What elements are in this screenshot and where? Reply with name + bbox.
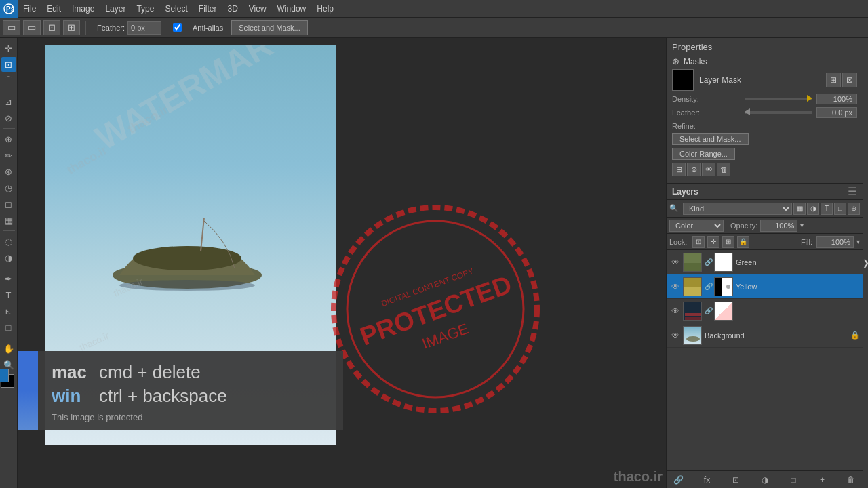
menu-help[interactable]: Help	[311, 0, 339, 17]
layers-panel: Layers ☰ 🔍 Kind ▦ ◑ T □ ⊕ Color Opa	[667, 184, 863, 488]
tool-move[interactable]: ✛	[1, 41, 16, 56]
svg-rect-16	[685, 313, 701, 316]
feather-slider[interactable]	[745, 111, 813, 114]
tool-shape[interactable]: □	[1, 320, 16, 335]
layers-new-icon[interactable]: +	[816, 474, 829, 486]
tool-crop[interactable]: ⊿	[1, 94, 16, 109]
tool-dodge[interactable]: ◑	[1, 250, 16, 265]
tool-clone[interactable]: ⊛	[1, 164, 16, 179]
right-panel-collapse[interactable]: ❯	[863, 38, 868, 488]
tool-type[interactable]: T	[1, 287, 16, 302]
anti-alias-label: Anti-alias	[193, 24, 223, 32]
tool-blur[interactable]: ◌	[1, 234, 16, 249]
tool-lasso[interactable]: ⌒	[1, 73, 16, 88]
opacity-input[interactable]	[760, 220, 797, 232]
opacity-arrow[interactable]: ▾	[800, 222, 804, 229]
density-value: 100%	[816, 94, 857, 104]
tool-heal[interactable]: ⊕	[1, 131, 16, 146]
toolbar-rect-select3[interactable]: ⊡	[43, 20, 60, 35]
menu-select[interactable]: Select	[159, 0, 193, 17]
fill-arrow[interactable]: ▾	[856, 238, 860, 245]
lock-icon-artboard[interactable]: ⊞	[722, 236, 734, 248]
green-layer-eye[interactable]: 👁	[669, 256, 682, 268]
anti-alias-checkbox[interactable]	[173, 23, 182, 32]
menubar: Ps File Edit Image Layer Type Select Fil…	[0, 0, 868, 18]
select-and-mask-prop-button[interactable]: Select and Mask...	[672, 133, 749, 145]
menu-edit[interactable]: Edit	[41, 0, 66, 17]
refine-icon-link[interactable]: ⊛	[687, 163, 701, 176]
tool-hand[interactable]: ✋	[1, 341, 16, 356]
layer-row-background[interactable]: 👁 Background	[667, 323, 863, 348]
layer-row-green[interactable]: 👁 🔗 Green	[667, 250, 863, 274]
lock-label: Lock:	[669, 238, 687, 246]
foreground-color-swatch[interactable]	[0, 369, 9, 382]
color-range-button[interactable]: Color Range...	[672, 148, 735, 160]
tool-select[interactable]: ⊡	[1, 57, 16, 72]
menu-3d[interactable]: 3D	[222, 0, 243, 17]
win-keys: ctrl + backspace	[99, 386, 227, 407]
layers-group-icon[interactable]: □	[787, 474, 800, 486]
tool-eyedropper[interactable]: ⊘	[1, 110, 16, 125]
tool-history[interactable]: ◷	[1, 180, 16, 195]
filter-icon-type[interactable]: T	[821, 203, 833, 215]
layers-delete-icon[interactable]: 🗑	[845, 474, 857, 486]
layers-fx-icon[interactable]: fx	[701, 474, 713, 486]
background-layer-eye[interactable]: 👁	[669, 329, 682, 342]
tool-eraser[interactable]: ◻	[1, 197, 16, 211]
layers-adjustment-icon[interactable]: ◑	[759, 474, 771, 486]
yellow-layer-eye[interactable]: 👁	[669, 281, 682, 293]
masks-label: Masks	[684, 57, 707, 66]
filter-icon-smart[interactable]: ⊕	[848, 203, 860, 215]
fill-input[interactable]	[816, 236, 854, 248]
filter-icon-pixel[interactable]: ▦	[793, 203, 806, 215]
tool-brush[interactable]: ✏	[1, 148, 16, 163]
tooltip-overlay: mac cmd + delete win ctrl + backspace Th…	[18, 351, 343, 430]
menu-image[interactable]: Image	[66, 0, 100, 17]
toolbar-rect-select4[interactable]: ⊞	[63, 20, 80, 35]
layer-row-unnamed[interactable]: 👁 🔗	[667, 299, 863, 323]
unnamed-layer-eye[interactable]: 👁	[669, 305, 682, 317]
feather-input[interactable]	[127, 21, 161, 35]
menu-filter[interactable]: Filter	[193, 0, 222, 17]
feather-prop-label: Feather:	[672, 108, 741, 117]
layers-color-dropdown[interactable]: Color	[669, 220, 724, 232]
layers-mask-icon[interactable]: ⊡	[730, 474, 742, 486]
menu-type[interactable]: Type	[131, 0, 159, 17]
tool-pen[interactable]: ✒	[1, 271, 16, 286]
tool-path[interactable]: ⊾	[1, 304, 16, 319]
toolbar-rect-select2[interactable]: ▭	[23, 20, 41, 35]
filter-search-icon: 🔍	[669, 204, 679, 213]
filter-kind-dropdown[interactable]: Kind	[683, 203, 792, 215]
tool-gradient[interactable]: ▦	[1, 213, 16, 228]
filter-icon-adjust[interactable]: ◑	[807, 203, 819, 215]
menu-file[interactable]: File	[18, 0, 41, 17]
menu-layer[interactable]: Layer	[100, 0, 131, 17]
toolbar-rect-select[interactable]: ▭	[3, 20, 20, 35]
toolbar: ▭ ▭ ⊡ ⊞ Feather: Anti-alias Select and M…	[0, 18, 868, 38]
select-and-mask-button[interactable]: Select and Mask...	[231, 20, 308, 35]
lock-icon-move[interactable]: ✛	[707, 236, 719, 248]
mask-btn1[interactable]: ⊞	[826, 73, 841, 87]
lock-icon-checker[interactable]: ⊡	[692, 236, 705, 248]
tooltip-blue-bar	[18, 351, 38, 430]
refine-icon-trash[interactable]: 🗑	[717, 163, 730, 176]
mask-btn2[interactable]: ⊠	[842, 73, 857, 87]
layer-row-yellow[interactable]: 👁 🔗 Yellow	[667, 274, 863, 299]
yellow-layer-mask-thumbnail	[714, 277, 733, 296]
layers-options-icon[interactable]: ☰	[848, 185, 857, 198]
density-slider[interactable]	[745, 98, 813, 100]
properties-panel: Properties ⊛ Masks Layer Mask ⊞ ⊠ Densit…	[667, 38, 863, 184]
layer-mask-thumbnail[interactable]	[672, 69, 694, 91]
layers-link-icon[interactable]: 🔗	[672, 474, 684, 486]
win-label: win	[52, 386, 99, 407]
filter-icon-shape[interactable]: □	[834, 203, 846, 215]
tool-sep3	[3, 230, 15, 231]
menu-view[interactable]: View	[243, 0, 272, 17]
refine-icon-eye[interactable]: 👁	[702, 163, 715, 176]
menu-window[interactable]: Window	[272, 0, 312, 17]
boat-image	[92, 214, 282, 296]
refine-icon-grid[interactable]: ⊞	[672, 163, 686, 176]
tool-sep1	[3, 91, 15, 92]
properties-title: Properties	[672, 42, 857, 52]
lock-icon-all[interactable]: 🔒	[737, 236, 749, 248]
